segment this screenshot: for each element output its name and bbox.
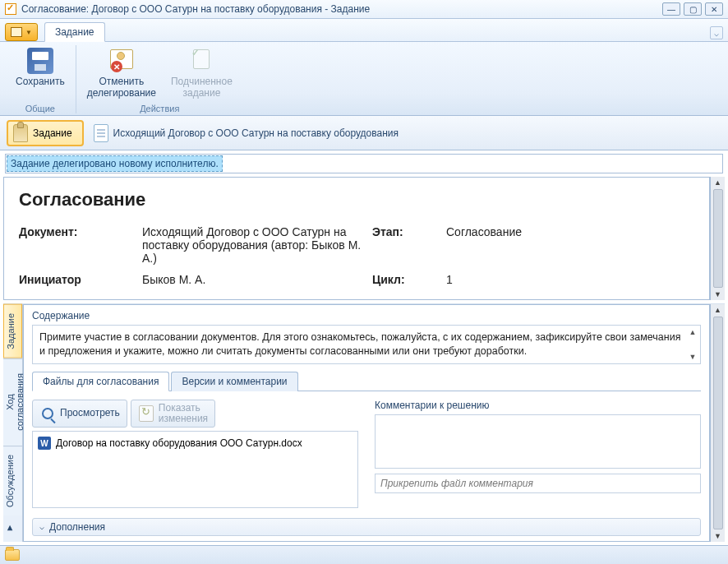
- comments-label: Комментарии к решению: [375, 400, 701, 414]
- ribbon-tab-strip: ▼ Задание ⌵: [0, 19, 728, 42]
- value-initiator: Быков М. А.: [142, 273, 372, 286]
- save-label: Сохранить: [16, 76, 65, 88]
- cancel-delegation-button[interactable]: ✕ Отменить делегирование: [83, 45, 160, 102]
- content-textarea[interactable]: Примите участие в согласовании документо…: [32, 325, 701, 364]
- show-changes-label-2: изменения: [159, 414, 208, 424]
- form-scrollbar[interactable]: ▲ ▼: [710, 177, 725, 300]
- magnifier-icon: [39, 405, 56, 422]
- side-tab-discussion[interactable]: Обсуждение: [3, 446, 22, 515]
- close-button[interactable]: ✕: [705, 2, 723, 16]
- value-cycle: 1: [446, 273, 694, 286]
- preview-button[interactable]: Просмотреть: [32, 400, 127, 428]
- status-bar: [0, 545, 728, 564]
- cancel-delegation-label-2: делегирование: [87, 88, 156, 99]
- content-scrollbar[interactable]: ▲ ▼: [687, 327, 698, 362]
- label-cycle: Цикл:: [372, 273, 446, 286]
- info-bar-text: Задание делегировано новому исполнителю.: [7, 155, 223, 172]
- clipboard-icon: [13, 124, 28, 142]
- task-tab-label: Задание: [33, 127, 72, 139]
- scroll-down-icon[interactable]: ▼: [714, 290, 721, 298]
- document-link[interactable]: Исходящий Договор с ООО Сатурн на постав…: [94, 124, 399, 142]
- file-panel: Просмотреть Показать изменения W Договор…: [32, 400, 358, 508]
- scroll-down-icon[interactable]: ▼: [689, 352, 697, 362]
- file-menu-button[interactable]: ▼: [5, 23, 38, 41]
- show-changes-label-1: Показать: [159, 403, 208, 414]
- content-label: Содержание: [24, 305, 709, 325]
- value-stage: Согласование: [446, 225, 694, 265]
- side-tab-more[interactable]: ▼: [3, 515, 22, 542]
- subheader: Задание Исходящий Договор с ООО Сатурн н…: [0, 116, 728, 150]
- label-stage: Этап:: [372, 225, 446, 265]
- lower-scrollbar[interactable]: ▲ ▼: [710, 304, 725, 542]
- form-meta: Документ: Исходящий Договор с ООО Сатурн…: [19, 225, 694, 286]
- file-row[interactable]: W Договор на поставку оборудования ООО С…: [36, 435, 354, 451]
- changes-icon: [138, 405, 154, 422]
- label-initiator: Инициатор: [19, 273, 142, 286]
- cancel-delegation-label-1: Отменить: [99, 76, 144, 88]
- task-tab-button[interactable]: Задание: [7, 120, 84, 146]
- scroll-up-icon[interactable]: ▲: [714, 306, 721, 314]
- sub-task-label-1: Подчиненное: [171, 76, 233, 88]
- book-icon: [11, 27, 22, 37]
- scroll-thumb[interactable]: [713, 189, 723, 288]
- attach-file-button[interactable]: Прикрепить файл комментария: [375, 474, 701, 493]
- maximize-button[interactable]: ▢: [684, 2, 702, 16]
- form-panel: Согласование Документ: Исходящий Договор…: [3, 177, 710, 300]
- folder-icon[interactable]: [5, 549, 20, 561]
- lower-body: Содержание Примите участие в согласовани…: [23, 304, 710, 542]
- comment-textarea[interactable]: [375, 414, 701, 469]
- side-tabs: Задание Ход согласования Обсуждение ▼: [3, 304, 23, 542]
- inner-tab-body: Просмотреть Показать изменения W Договор…: [24, 391, 709, 516]
- sub-task-button: Подчиненное задание: [167, 45, 237, 102]
- expand-additions[interactable]: ⌵ Дополнения: [32, 518, 701, 536]
- minimize-button[interactable]: —: [662, 2, 680, 16]
- comment-panel: Комментарии к решению Прикрепить файл ко…: [375, 400, 701, 508]
- sub-task-label-2: задание: [182, 88, 220, 99]
- form-heading: Согласование: [19, 189, 694, 210]
- ribbon-group-general-label: Общие: [12, 102, 69, 113]
- expand-additions-label: Дополнения: [49, 521, 105, 533]
- document-link-text: Исходящий Договор с ООО Сатурн на постав…: [113, 127, 399, 139]
- ribbon: Сохранить Общие ✕ Отменить делегирование…: [0, 42, 728, 116]
- file-name: Договор на поставку оборудования ООО Сат…: [56, 437, 302, 449]
- lower-panel: Задание Ход согласования Обсуждение ▼ Со…: [3, 303, 725, 542]
- chevron-down-icon: ▼: [25, 29, 32, 36]
- info-bar: Задание делегировано новому исполнителю.: [5, 154, 723, 173]
- title-bar: Согласование: Договор с ООО Сатурн на по…: [0, 0, 728, 19]
- app-icon: [5, 3, 16, 15]
- save-icon: [27, 48, 53, 74]
- ribbon-group-actions: ✕ Отменить делегирование Подчиненное зад…: [76, 45, 243, 113]
- preview-label: Просмотреть: [60, 408, 120, 418]
- side-tab-task[interactable]: Задание: [3, 304, 22, 358]
- sub-task-icon: [188, 48, 214, 74]
- collapse-ribbon-button[interactable]: ⌵: [710, 26, 723, 39]
- show-changes-button: Показать изменения: [131, 400, 215, 428]
- label-document: Документ:: [19, 225, 142, 265]
- side-tab-flow[interactable]: Ход согласования: [3, 358, 22, 446]
- content-text: Примите участие в согласовании документо…: [39, 331, 680, 357]
- scroll-thumb[interactable]: [713, 317, 723, 529]
- inner-tabs: Файлы для согласования Версии и коммента…: [32, 371, 701, 391]
- ribbon-tab-task[interactable]: Задание: [44, 22, 105, 42]
- file-list: W Договор на поставку оборудования ООО С…: [32, 431, 358, 507]
- scroll-up-icon[interactable]: ▲: [689, 327, 697, 337]
- cancel-delegation-icon: ✕: [108, 48, 135, 74]
- chevron-down-icon: ⌵: [39, 522, 44, 531]
- inner-tab-versions[interactable]: Версии и комментарии: [171, 372, 297, 391]
- document-icon: [94, 124, 108, 142]
- window-title: Согласование: Договор с ООО Сатурн на по…: [21, 3, 662, 15]
- save-button[interactable]: Сохранить: [12, 45, 69, 90]
- value-document: Исходящий Договор с ООО Сатурн на постав…: [142, 225, 372, 265]
- word-icon: W: [38, 437, 51, 450]
- ribbon-group-general: Сохранить Общие: [5, 45, 76, 113]
- scroll-down-icon[interactable]: ▼: [714, 532, 721, 540]
- scroll-up-icon[interactable]: ▲: [714, 178, 721, 187]
- inner-tab-files[interactable]: Файлы для согласования: [32, 372, 169, 391]
- ribbon-group-actions-label: Действия: [83, 102, 237, 113]
